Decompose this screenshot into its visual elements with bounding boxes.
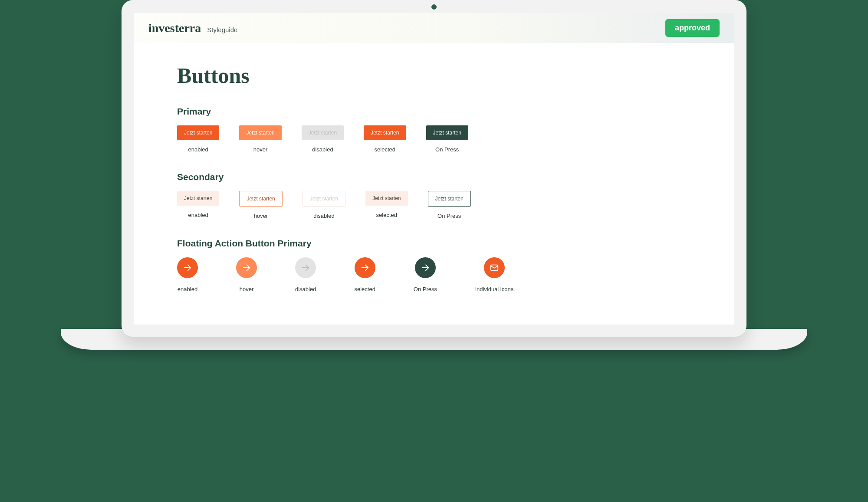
state-label: hover — [240, 286, 254, 292]
state-label: enabled — [178, 286, 197, 292]
state-label: selected — [376, 212, 397, 218]
styleguide-label: Styleguide — [207, 26, 237, 33]
primary-states-row: Jetzt starten enabled Jetzt starten hove… — [177, 125, 691, 153]
page-content: Buttons Primary Jetzt starten enabled Je… — [134, 43, 734, 325]
arrow-right-icon — [242, 263, 251, 272]
secondary-states-row: Jetzt starten enabled Jetzt starten hove… — [177, 191, 691, 219]
brand-logo: investerra — [148, 21, 201, 35]
arrow-right-icon — [183, 263, 192, 272]
state-label: disabled — [312, 146, 333, 153]
laptop-frame: investerra Styleguide approved Buttons P… — [122, 0, 746, 350]
fab-disabled — [295, 257, 316, 278]
state-label: On Press — [437, 213, 461, 219]
secondary-button-selected[interactable]: Jetzt starten — [365, 191, 408, 206]
state-label: individual icons — [475, 286, 513, 292]
secondary-button-enabled[interactable]: Jetzt starten — [177, 191, 219, 206]
section-primary-title: Primary — [177, 106, 691, 117]
arrow-right-icon — [421, 263, 430, 272]
styleguide-page: investerra Styleguide approved Buttons P… — [134, 13, 734, 325]
brand-row: investerra Styleguide — [148, 21, 237, 35]
camera-icon — [431, 4, 437, 10]
state-label: enabled — [188, 146, 208, 153]
fab-onpress[interactable] — [415, 257, 436, 278]
fab-selected[interactable] — [355, 257, 375, 278]
state-label: selected — [375, 146, 395, 153]
page-title: Buttons — [177, 63, 691, 88]
secondary-button-disabled: Jetzt starten — [302, 191, 345, 207]
arrow-right-icon — [360, 263, 370, 272]
secondary-button-hover[interactable]: Jetzt starten — [239, 191, 282, 207]
fab-individual-icons[interactable] — [484, 257, 505, 278]
secondary-button-onpress[interactable]: Jetzt starten — [428, 191, 471, 207]
fab-states-row: enabled hover disabled — [177, 257, 691, 292]
primary-button-enabled[interactable]: Jetzt starten — [177, 125, 219, 140]
state-label: hover — [254, 213, 268, 219]
section-secondary: Secondary Jetzt starten enabled Jetzt st… — [177, 172, 691, 219]
state-label: disabled — [295, 286, 316, 292]
section-secondary-title: Secondary — [177, 172, 691, 182]
fab-hover[interactable] — [236, 257, 257, 278]
page-header: investerra Styleguide approved — [134, 13, 734, 43]
state-label: hover — [253, 146, 268, 153]
primary-button-selected[interactable]: Jetzt starten — [364, 125, 406, 140]
primary-button-hover[interactable]: Jetzt starten — [239, 125, 281, 140]
state-label: enabled — [188, 212, 208, 218]
section-fab: Floating Action Button Primary enabled — [177, 238, 691, 292]
fab-enabled[interactable] — [177, 257, 198, 278]
state-label: disabled — [313, 213, 334, 219]
approved-badge: approved — [665, 19, 720, 37]
state-label: selected — [354, 286, 375, 292]
state-label: On Press — [414, 286, 437, 292]
section-fab-title: Floating Action Button Primary — [177, 238, 691, 249]
state-label: On Press — [435, 146, 459, 153]
primary-button-onpress[interactable]: Jetzt starten — [426, 125, 468, 140]
laptop-screen: investerra Styleguide approved Buttons P… — [122, 0, 746, 337]
arrow-right-icon — [301, 263, 310, 272]
section-primary: Primary Jetzt starten enabled Jetzt star… — [177, 106, 691, 153]
primary-button-disabled: Jetzt starten — [302, 125, 344, 140]
mail-icon — [490, 263, 499, 272]
